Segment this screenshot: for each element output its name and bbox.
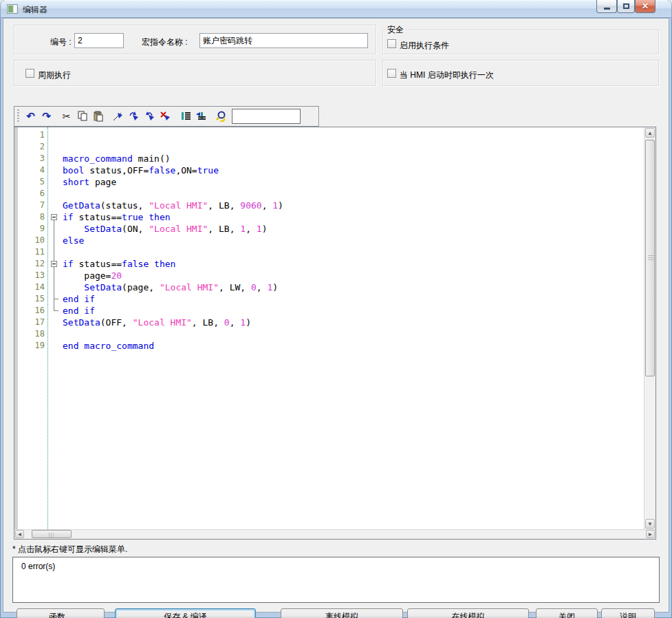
scroll-left-button[interactable]: ◄ (15, 530, 24, 538)
horizontal-scroll-thumb[interactable] (32, 530, 72, 538)
code-line[interactable]: 18 (14, 328, 644, 340)
code-line[interactable]: 17SetData(OFF, "Local HMI", LB, 0, 1) (14, 317, 644, 328)
code-text: end if (63, 305, 95, 317)
close-icon: ✕ (642, 2, 649, 10)
maximize-button[interactable] (617, 0, 635, 13)
horizontal-scrollbar[interactable]: ◄ ► (14, 529, 655, 539)
run-on-startup-checkbox[interactable] (387, 69, 396, 78)
fold-marker[interactable] (49, 211, 61, 223)
enable-condition-checkbox[interactable] (387, 39, 396, 48)
redo-button[interactable]: ↷ (39, 109, 54, 124)
indent-button[interactable] (177, 109, 193, 124)
code-line[interactable]: 5short page (14, 176, 644, 188)
macro-name-input[interactable] (199, 33, 368, 48)
minimize-icon (604, 8, 610, 10)
code-text: else (63, 235, 84, 246)
editor-window: 编辑器 ✕ 编号 : 宏指令名称 : 安全 启用执行条件 周期执行 当 HMI … (0, 0, 672, 618)
code-text: SetData(OFF, "Local HMI", LB, 0, 1) (63, 317, 251, 328)
copy-button[interactable] (74, 109, 90, 124)
code-line[interactable]: 13 page=20 (14, 270, 644, 281)
minimize-button[interactable] (596, 0, 617, 13)
error-count-text: 0 error(s) (21, 562, 55, 571)
vertical-scrollbar[interactable]: ▲ ▼ (644, 127, 655, 529)
fold-marker (49, 305, 61, 317)
close-button[interactable]: ✕ (635, 0, 655, 13)
undo-button[interactable]: ↶ (23, 109, 39, 124)
cut-button[interactable]: ✂ (58, 109, 74, 124)
macro-code-editor[interactable]: 123macro_command main()4bool status,OFF=… (14, 127, 656, 540)
help-button[interactable]: 说明 (601, 608, 655, 618)
bookmark-prev-icon (144, 111, 155, 122)
bookmark-next-button[interactable] (126, 109, 142, 124)
code-line[interactable]: 9 SetData(ON, "Local HMI", LB, 1, 1) (14, 223, 644, 235)
vertical-scroll-thumb[interactable] (645, 140, 655, 376)
scroll-down-button[interactable]: ▼ (645, 519, 655, 529)
code-line[interactable]: 14 SetData(page, "Local HMI", LW, 0, 1) (14, 281, 644, 293)
online-sim-button[interactable]: 在线模拟 (407, 608, 529, 618)
code-text: GetData(status, "Local HMI", LB, 9060, 1… (63, 200, 283, 211)
enable-condition-label: 启用执行条件 (400, 40, 449, 52)
code-line[interactable]: 3macro_command main() (14, 153, 644, 164)
bookmark-toggle-button[interactable] (110, 109, 126, 124)
code-text: bool status,OFF=false,ON=true (63, 164, 219, 176)
bookmark-clear-button[interactable] (158, 109, 173, 124)
indent-icon (180, 111, 191, 122)
line-number: 4 (14, 164, 45, 176)
line-number: 12 (14, 258, 45, 270)
save-compile-button[interactable]: 保存 & 编译 (115, 608, 256, 618)
code-text: end if (63, 293, 95, 305)
code-line[interactable]: 10else (14, 235, 644, 246)
macro-id-input[interactable] (74, 33, 124, 48)
bookmark-toggle-icon (112, 111, 124, 122)
code-text: page=20 (63, 270, 122, 281)
fold-marker (49, 281, 61, 293)
code-line[interactable]: 11 (14, 246, 644, 258)
title-bar[interactable]: 编辑器 ✕ (0, 0, 672, 18)
scroll-right-button[interactable]: ► (646, 530, 655, 538)
line-number: 11 (14, 246, 45, 258)
window-title: 编辑器 (23, 4, 47, 16)
code-line[interactable]: 15end if (14, 293, 644, 305)
fold-marker (49, 223, 61, 235)
scroll-up-button[interactable]: ▲ (645, 128, 655, 138)
periodic-label: 周期执行 (38, 70, 71, 81)
fold-marker (49, 246, 61, 258)
outdent-button[interactable] (193, 109, 209, 124)
functions-button[interactable]: 函数... (17, 608, 105, 618)
line-number: 2 (14, 141, 45, 153)
macro-id-label: 编号 : (50, 36, 72, 48)
line-number: 14 (14, 281, 45, 293)
code-area[interactable]: 123macro_command main()4bool status,OFF=… (14, 127, 644, 529)
code-line[interactable]: 12if status==false then (14, 258, 644, 270)
line-number: 10 (14, 235, 45, 246)
code-line[interactable]: 19end macro_command (14, 340, 644, 352)
line-number: 5 (14, 176, 45, 188)
offline-sim-button[interactable]: 离线模拟 (281, 608, 403, 618)
code-line[interactable]: 6 (14, 188, 644, 200)
code-line[interactable]: 1 (14, 129, 644, 141)
line-number: 17 (14, 317, 45, 328)
search-input[interactable] (232, 109, 301, 124)
code-line[interactable]: 2 (14, 141, 644, 153)
code-text: end macro_command (63, 340, 154, 352)
bookmark-prev-button[interactable] (142, 109, 158, 124)
close-dialog-button[interactable]: 关闭 (536, 608, 598, 618)
paste-button[interactable] (90, 109, 106, 124)
line-number: 13 (14, 270, 45, 281)
toolbar-grip[interactable] (17, 109, 19, 123)
app-icon (7, 4, 18, 14)
find-button[interactable] (213, 109, 229, 124)
periodic-panel: 周期执行 (14, 60, 376, 86)
code-line[interactable]: 16end if (14, 305, 644, 317)
code-line[interactable]: 4bool status,OFF=false,ON=true (14, 164, 644, 176)
editor-toolbar: ↶↷✂ (14, 106, 319, 127)
undo-icon: ↶ (26, 110, 35, 122)
line-number: 6 (14, 188, 45, 200)
run-on-startup-label: 当 HMI 启动时即执行一次 (400, 70, 494, 81)
code-line[interactable]: 8if status==true then (14, 211, 644, 223)
periodic-checkbox[interactable] (25, 69, 34, 78)
code-line[interactable]: 7GetData(status, "Local HMI", LB, 9060, … (14, 200, 644, 211)
fold-marker[interactable] (49, 258, 61, 270)
outdent-icon (195, 111, 207, 122)
line-number: 18 (14, 328, 45, 340)
